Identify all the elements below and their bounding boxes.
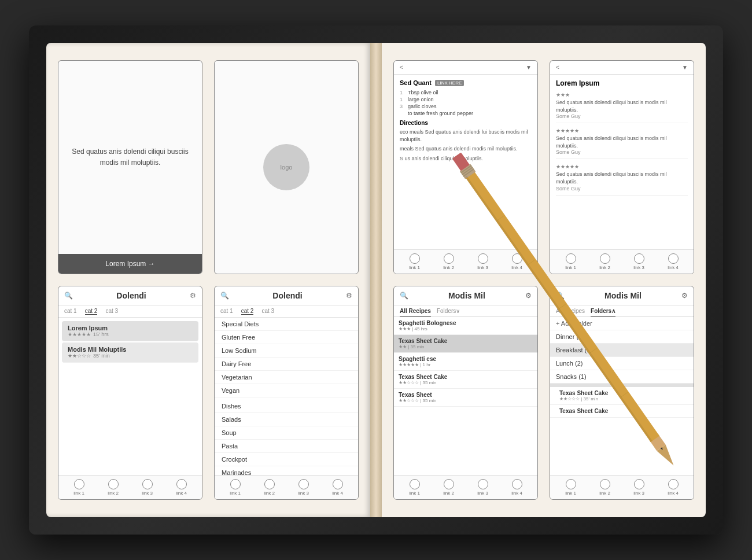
r3-nav-label-2: link 2	[443, 491, 454, 496]
all-recipes-tab-r4[interactable]: All Recipes	[556, 308, 585, 316]
r1-nav-3[interactable]: link 3	[477, 253, 488, 270]
all-recipes-gear[interactable]: ⚙	[525, 292, 532, 300]
cat-tab-4-2[interactable]: cat 2	[241, 308, 254, 315]
r4-nav-1[interactable]: link 1	[565, 479, 576, 496]
settings-icon[interactable]: ⚙	[190, 292, 196, 300]
r3-nav-4[interactable]: link 4	[511, 479, 522, 496]
recipe-item-2[interactable]: Texas Sheet Cake ★★ | 35 min	[394, 335, 537, 353]
filter-special-diets[interactable]: Special Diets	[215, 318, 358, 331]
recipe-item-3[interactable]: Spaghetti ese ★★★★★ | 1 hr	[394, 353, 537, 371]
filter-vegetarian[interactable]: Vegetarian	[215, 371, 358, 384]
filter-gluten-free[interactable]: Gluten Free	[215, 331, 358, 344]
reviews-dropdown[interactable]: ▼	[682, 64, 688, 71]
bottom-nav-r4: link 1 link 2 link 3 link 4	[550, 475, 694, 499]
r1-nav-2[interactable]: link 2	[443, 253, 454, 270]
folders-header: 🔍 Modis Mil ⚙	[550, 286, 694, 305]
filter-marinades[interactable]: Marinades	[215, 466, 358, 475]
dropdown-arrow[interactable]: ▼	[526, 64, 532, 71]
nav-item-1[interactable]: link 1	[73, 479, 84, 496]
cat-tab-4-3[interactable]: cat 3	[261, 308, 274, 315]
r4-nav-2[interactable]: link 2	[599, 479, 610, 496]
r4-nav-3[interactable]: link 3	[633, 479, 644, 496]
r2-nav-1[interactable]: link 1	[565, 253, 576, 270]
folders-tab-r4[interactable]: Folders∧	[591, 308, 615, 316]
filter-dairy-free[interactable]: Dairy Free	[215, 358, 358, 371]
nav-item-4-2[interactable]: link 2	[264, 479, 275, 496]
all-recipes-title: Modis Mil	[413, 291, 521, 300]
filter-vegan[interactable]: Vegan	[215, 384, 358, 397]
filter-crockpot[interactable]: Crockpot	[215, 453, 358, 466]
recipe-title-1: Lorem Ipsum	[68, 325, 193, 331]
filter-low-sodium[interactable]: Low Sodium	[215, 344, 358, 358]
search-icon[interactable]: 🔍	[64, 292, 73, 300]
bottom-nav-4: link 1 link 2 link 3 link 4	[215, 475, 358, 499]
recipe-item-4[interactable]: Texas Sheet Cake ★★☆☆☆ | 35 min	[394, 371, 537, 389]
recipe-item-5[interactable]: Texas Sheet ★★☆☆☆ | 35 min	[394, 389, 537, 407]
r2-nav-label-1: link 1	[565, 265, 576, 270]
all-recipes-search-icon[interactable]: 🔍	[400, 292, 408, 300]
filter-pasta[interactable]: Pasta	[215, 440, 358, 453]
search-icon-4[interactable]: 🔍	[220, 292, 229, 300]
recipe-card-2[interactable]: Modis Mil Moluptiis ★★☆☆☆ 35' min	[62, 342, 198, 363]
all-recipes-header: 🔍 Modis Mil ⚙	[394, 286, 537, 305]
nav-item-3[interactable]: link 3	[142, 479, 153, 496]
folder-lunch[interactable]: Lunch (2)	[550, 357, 694, 370]
r2-nav-2[interactable]: link 2	[599, 253, 610, 270]
filter-soup[interactable]: Soup	[215, 426, 358, 440]
folder-breakfast[interactable]: Breakfast (1)	[550, 344, 694, 357]
recipe-detail-title: Sed Quant	[400, 79, 432, 86]
folders-search-icon[interactable]: 🔍	[556, 292, 565, 300]
review-1: ★★★ Sed quatus anis dolendi ciliqui busc…	[556, 92, 688, 123]
nav-label-4-1: link 1	[230, 491, 241, 496]
settings-icon-4[interactable]: ⚙	[346, 292, 352, 300]
recipe-meta-2: ★★☆☆☆ 35' min	[68, 353, 193, 359]
nav-label-2: link 2	[108, 491, 119, 496]
direction-2: meals Sed quatus anis dolendi modis mil …	[400, 145, 532, 153]
folder-snacks[interactable]: Snacks (1)	[550, 370, 694, 384]
back-button[interactable]: <	[400, 64, 403, 71]
r2-nav-label-2: link 2	[599, 265, 610, 270]
cat-tab-2[interactable]: cat 2	[85, 308, 98, 315]
all-recipes-tab[interactable]: All Recipes	[400, 308, 431, 316]
search-header: 🔍 Dolendi ⚙	[58, 286, 202, 305]
r3-nav-2[interactable]: link 2	[443, 479, 454, 496]
nav-item-4-3[interactable]: link 3	[298, 479, 309, 496]
recipe-card-1[interactable]: Lorem Ipsum ★★★★★ 15' hrs	[62, 321, 198, 341]
hero-button[interactable]: Lorem Ipsum →	[58, 254, 202, 274]
r1-nav-label-1: link 1	[409, 265, 420, 270]
r2-nav-label-3: link 3	[633, 265, 644, 270]
r2-nav-3[interactable]: link 3	[633, 253, 644, 270]
r3-nav-label-1: link 1	[409, 491, 420, 496]
filter-dishes[interactable]: Dishes	[215, 400, 358, 413]
folder-recipe-1[interactable]: Texas Sheet Cake ★★☆☆☆ | 35' min	[550, 387, 694, 405]
r4-nav-4[interactable]: link 4	[668, 479, 679, 496]
cat-tab-3[interactable]: cat 3	[105, 308, 118, 315]
r3-nav-1[interactable]: link 1	[409, 479, 420, 496]
category-tabs: cat 1 cat 2 cat 3	[58, 305, 202, 318]
add-folder-button[interactable]: + Add Folder	[550, 317, 694, 330]
nav-item-4-1[interactable]: link 1	[230, 479, 241, 496]
recipe-item-1[interactable]: Spaghetti Bolognese ★★★ | 45 hrs	[394, 317, 537, 335]
nav-circle-4	[176, 479, 187, 489]
r3-nav-3[interactable]: link 3	[477, 479, 488, 496]
screen-reviews: < ▼ Lorem Ipsum ★★★ Sed quatus anis dole…	[550, 60, 694, 274]
folders-gear[interactable]: ⚙	[681, 292, 688, 300]
ingredient-2: 1 large onion	[400, 97, 532, 102]
r2-nav-4[interactable]: link 4	[668, 253, 679, 270]
cat-tab-1[interactable]: cat 1	[64, 308, 77, 315]
folder-dinner[interactable]: Dinner (3)	[550, 330, 694, 344]
folder-recipe-2[interactable]: Texas Sheet Cake	[550, 405, 694, 418]
reviews-title: Lorem Ipsum	[556, 79, 688, 87]
filter-salads[interactable]: Salads	[215, 413, 358, 426]
cat-tab-4-1[interactable]: cat 1	[220, 308, 233, 315]
hero-body: Sed quatus anis dolendi ciliqui busciis …	[58, 61, 202, 254]
folders-tab[interactable]: Folders∨	[437, 308, 460, 316]
nav-item-4-4[interactable]: link 4	[332, 479, 343, 496]
r1-nav-1[interactable]: link 1	[409, 253, 420, 270]
r1-nav-4[interactable]: link 4	[511, 253, 522, 270]
screen-category-browse: 🔍 Dolendi ⚙ cat 1 cat 2 cat 3 Lorem Ipsu…	[58, 286, 202, 500]
nav-item-4[interactable]: link 4	[176, 479, 187, 496]
recipe-list: Lorem Ipsum ★★★★★ 15' hrs Modis Mil Molu…	[58, 318, 202, 475]
nav-item-2[interactable]: link 2	[108, 479, 119, 496]
reviews-back-button[interactable]: <	[556, 64, 559, 71]
